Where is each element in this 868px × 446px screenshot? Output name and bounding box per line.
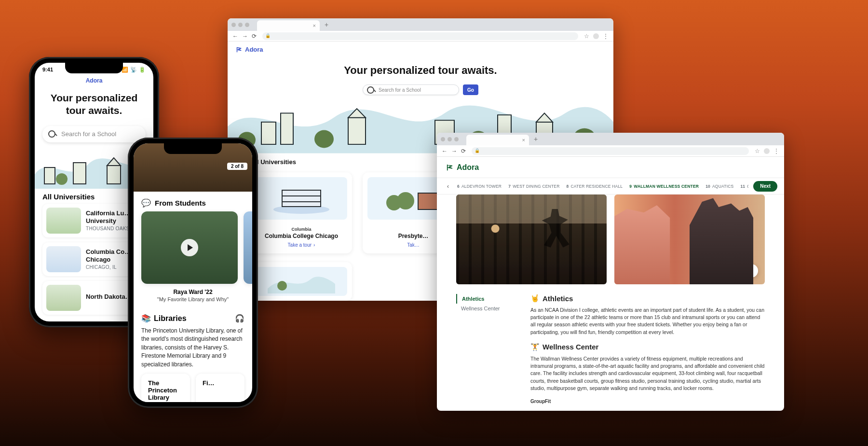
back-icon[interactable]: ← <box>232 33 238 40</box>
browser-tab[interactable]: × <box>466 135 529 145</box>
browser-address-bar: ← → ⟳ 🔒 ☆ ⋮ <box>437 145 784 157</box>
svg-rect-20 <box>44 167 55 184</box>
section-body-athletics: As an NCAA Division I college, athletic … <box>530 307 765 336</box>
status-time: 9:41 <box>42 67 53 72</box>
window-traffic-lights[interactable] <box>441 137 459 141</box>
university-illustration <box>256 177 347 220</box>
tour-stop-crumb[interactable]: 9WALLMAN WELLNESS CENTER <box>629 184 699 189</box>
svg-rect-21 <box>73 163 86 184</box>
weightlifter-emoji-icon: 🏋️ <box>530 343 540 351</box>
svg-rect-0 <box>261 122 276 144</box>
new-tab-button[interactable]: + <box>532 135 540 143</box>
university-card[interactable] <box>251 262 352 301</box>
tour-stop-crumb[interactable]: 11QUENTIN BURDICK BUILDING <box>740 184 748 189</box>
video-thumbnail[interactable] <box>244 211 252 284</box>
university-name: Presbyte… <box>398 233 429 239</box>
section-content: 🤘 Athletics As an NCAA Division I colleg… <box>530 294 765 404</box>
lock-icon: 🔒 <box>475 148 480 153</box>
video-meta: Raya Ward '22 "My Favorite Library and W… <box>134 284 252 303</box>
tour-stops-nav: ‹ 6ALDEVRON TOWER7WEST DINING CENTER8CAT… <box>437 178 784 195</box>
hero: Your personalized tour awaits. <box>35 84 153 123</box>
svg-point-17 <box>397 192 414 209</box>
view-photos-button[interactable]: View Photos <box>709 264 758 278</box>
university-thumb <box>46 246 81 272</box>
video-thumbnail[interactable] <box>141 211 238 284</box>
close-tab-icon[interactable]: × <box>522 137 525 143</box>
photo-gallery: View Photos <box>437 195 784 284</box>
libraries-body: The Princeton University Library, one of… <box>134 326 252 374</box>
video-carousel[interactable] <box>134 211 252 284</box>
new-tab-button[interactable]: + <box>323 21 330 28</box>
close-tab-icon[interactable]: × <box>313 23 316 28</box>
photo-count-badge: 2 of 8 <box>227 163 247 170</box>
video-title: "My Favorite Library and Why" <box>136 296 250 302</box>
toc-item[interactable]: Wellness Center <box>456 304 514 313</box>
forward-icon[interactable]: → <box>451 148 457 154</box>
section-title: Libraries <box>154 314 187 323</box>
phone-notch <box>164 143 222 154</box>
adora-logo[interactable]: Adora <box>447 163 479 172</box>
take-tour-link[interactable]: Tak… <box>407 242 420 248</box>
lock-icon: 🔒 <box>265 33 271 38</box>
library-card[interactable]: Fi… <box>196 374 244 402</box>
phone-notch <box>65 63 123 73</box>
section-toc: AthleticsWellness Center <box>456 294 514 404</box>
headphones-icon[interactable]: 🎧 <box>235 314 244 323</box>
student-name: Raya Ward '22 <box>136 289 250 295</box>
from-students-header: 💬 From Students <box>134 192 252 211</box>
browser-tab[interactable]: × <box>257 20 320 31</box>
adora-logo[interactable]: Adora <box>236 46 263 53</box>
student-video-card[interactable] <box>141 211 238 284</box>
student-video-card[interactable] <box>244 211 252 284</box>
take-tour-link[interactable]: Take a tour› <box>288 242 315 248</box>
forward-icon[interactable]: → <box>242 33 248 40</box>
reload-icon[interactable]: ⟳ <box>252 33 257 40</box>
bookmark-icon[interactable]: ☆ <box>755 148 760 154</box>
university-illustration <box>256 267 347 296</box>
bookmark-icon[interactable]: ☆ <box>584 33 589 40</box>
chevron-left-icon[interactable]: ‹ <box>444 183 452 190</box>
section-heading-wellness: 🏋️ Wellness Center <box>530 343 765 351</box>
university-thumb <box>46 208 81 234</box>
play-icon[interactable] <box>181 239 198 256</box>
tour-stop-crumb[interactable]: 6ALDEVRON TOWER <box>457 184 502 189</box>
url-field[interactable]: 🔒 <box>472 147 749 155</box>
svg-point-19 <box>277 281 287 291</box>
wifi-icon: 📡 <box>130 67 137 73</box>
subheading-groupfit: GroupFit <box>530 399 765 404</box>
tour-stop-crumb[interactable]: 7WEST DINING CENTER <box>508 184 559 189</box>
svg-rect-2 <box>348 118 366 144</box>
site-header: Adora <box>228 42 613 57</box>
more-menu-icon[interactable]: ⋮ <box>773 148 779 154</box>
next-button[interactable]: Next <box>753 181 777 192</box>
university-card[interactable]: Columbia Columbia College Chicago Take a… <box>251 172 352 253</box>
more-menu-icon[interactable]: ⋮ <box>603 33 609 40</box>
photo-fitness-class[interactable]: View Photos <box>614 195 765 284</box>
search-input[interactable]: Search for a School <box>42 126 146 142</box>
reload-icon[interactable]: ⟳ <box>461 148 466 154</box>
photo-gym[interactable] <box>456 195 607 284</box>
search-icon <box>48 130 57 138</box>
horns-emoji-icon: 🤘 <box>530 294 540 303</box>
libraries-header: 📚Libraries 🎧 <box>134 303 252 326</box>
svg-marker-7 <box>536 113 553 122</box>
university-name: North Dakota… <box>86 293 132 301</box>
url-field[interactable]: 🔒 <box>262 32 578 40</box>
profile-avatar[interactable] <box>764 148 770 154</box>
back-icon[interactable]: ← <box>442 148 448 154</box>
library-card[interactable]: The Princeton Library SystemThe Princeto… <box>141 374 190 402</box>
profile-avatar[interactable] <box>593 33 599 39</box>
section-heading-athletics: 🤘 Athletics <box>530 294 765 303</box>
card-title: The Princeton Library System <box>148 379 183 402</box>
hero-title: Your personalized tour awaits. <box>45 92 143 117</box>
university-thumb <box>46 285 81 311</box>
svg-rect-18 <box>418 193 437 209</box>
tour-stop-crumb[interactable]: 10AQUATICS <box>705 184 733 189</box>
window-traffic-lights[interactable] <box>231 23 249 27</box>
tour-stop-crumb[interactable]: 8CATER RESIDENCE HALL <box>567 184 623 189</box>
adora-logo[interactable]: Adora <box>35 77 153 84</box>
toc-item[interactable]: Athletics <box>456 294 514 304</box>
card-title: Fi… <box>203 379 238 387</box>
section-body-wellness: The Wallman Wellness Center provides a v… <box>530 355 765 392</box>
hero-title: Your personalized tour awaits. <box>228 64 613 77</box>
